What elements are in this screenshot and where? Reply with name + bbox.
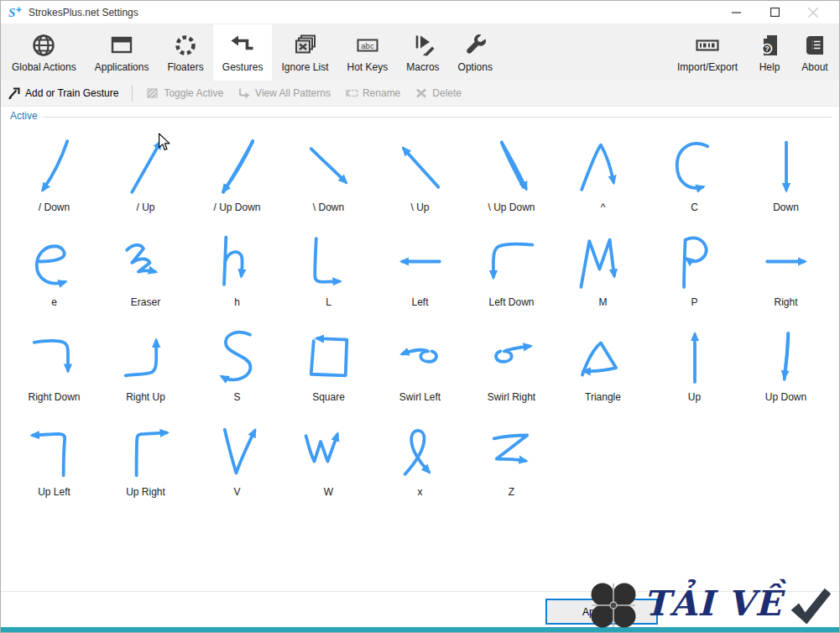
gesture-label: Down — [773, 201, 799, 213]
toggle-hatch-icon — [146, 86, 159, 100]
stacked-windows-x-icon — [292, 32, 319, 59]
gesture-item[interactable]: Up — [649, 313, 740, 408]
gesture-item[interactable]: / Down — [8, 123, 100, 218]
l-stroke-gesture-icon — [294, 231, 364, 295]
gesture-label: Right — [774, 296, 797, 308]
gesture-item[interactable]: W — [283, 408, 374, 503]
gesture-label: S — [233, 391, 240, 403]
rename-box-icon — [345, 86, 358, 100]
toolbar-button-ignore-list[interactable]: Ignore List — [272, 24, 337, 81]
backslash-down-gesture-icon — [294, 136, 364, 200]
slash-down-gesture-icon — [19, 136, 90, 200]
gesture-label: / Down — [39, 201, 70, 213]
s-curve-gesture-icon — [202, 326, 273, 390]
gesture-item[interactable]: x — [374, 408, 466, 503]
toolbar-button-macros[interactable]: Macros — [397, 24, 448, 81]
gesture-item[interactable]: Up Left — [8, 408, 100, 503]
gesture-item[interactable]: ^ — [557, 123, 649, 218]
gesture-item[interactable]: Left Down — [466, 218, 557, 313]
gesture-item[interactable]: Square — [283, 313, 374, 408]
gesture-item[interactable]: Up Down — [740, 313, 832, 408]
gesture-item[interactable]: Right Up — [100, 313, 191, 408]
gesture-item[interactable]: Z — [466, 408, 557, 503]
dashed-circle-icon — [172, 32, 199, 59]
action-label: Toggle Active — [164, 87, 223, 99]
help-doc-icon: ? — [756, 32, 783, 59]
download-watermark: TẢI VỀ — [588, 579, 840, 631]
active-group-label: Active — [8, 110, 38, 122]
h-stroke-gesture-icon — [202, 231, 273, 295]
toolbar-button-floaters[interactable]: Floaters — [158, 24, 212, 81]
gesture-label: e — [51, 296, 57, 308]
up-gesture-icon — [660, 326, 730, 390]
toolbar-button-label: Ignore List — [281, 61, 328, 73]
v-stroke-gesture-icon — [202, 421, 273, 484]
toolbar-right-group: Import/Export ? Help About — [668, 24, 837, 81]
gesture-label: Up Right — [126, 486, 165, 498]
action-view-all-patterns: View All Patterns — [236, 85, 332, 102]
gesture-item[interactable]: Right Down — [8, 313, 100, 408]
gesture-item[interactable]: e — [8, 218, 100, 313]
gesture-item[interactable]: \ Up — [374, 123, 466, 218]
backslash-up-down-gesture-icon — [477, 136, 547, 200]
gesture-item[interactable]: Down — [740, 123, 832, 218]
gesture-item[interactable]: \ Up Down — [466, 123, 557, 218]
right-up-gesture-icon — [111, 326, 181, 390]
gesture-item[interactable]: V — [191, 408, 283, 503]
gesture-item[interactable]: Triangle — [557, 313, 649, 408]
gesture-item[interactable]: Eraser — [100, 218, 191, 313]
gesture-item[interactable]: / Up Down — [191, 123, 283, 218]
maximize-button[interactable] — [755, 2, 794, 24]
toolbar-button-options[interactable]: Options — [449, 24, 502, 81]
gesture-item[interactable]: h — [191, 218, 283, 313]
gesture-label: \ Down — [313, 201, 344, 213]
left-down-gesture-icon — [477, 231, 547, 295]
toolbar-button-about[interactable]: About — [792, 24, 837, 81]
toolbar-button-hot-keys[interactable]: abc Hot Keys — [338, 24, 398, 81]
backslash-up-gesture-icon — [385, 136, 456, 200]
titlebar: S StrokesPlus.net Settings — [1, 1, 839, 24]
gesture-item[interactable]: M — [557, 218, 649, 313]
toolbar-button-global-actions[interactable]: Global Actions — [3, 24, 86, 81]
gesture-label: Up — [688, 391, 701, 403]
z-stroke-gesture-icon — [477, 421, 547, 484]
abc-keys-icon: abc — [354, 32, 381, 59]
action-label: Delete — [432, 87, 462, 99]
gesture-item[interactable]: C — [649, 123, 740, 218]
gesture-item[interactable]: Swirl Right — [466, 313, 557, 408]
about-scroll-icon — [801, 32, 828, 59]
import-export-icon — [694, 32, 721, 59]
slash-up-down-gesture-icon — [202, 136, 273, 200]
gesture-grid: / Down / Up / Up Down \ Down \ Up \ Up D… — [8, 123, 832, 503]
gesture-item[interactable]: / Up — [100, 123, 191, 218]
gesture-item[interactable]: Swirl Left — [374, 313, 466, 408]
svg-text:?: ? — [764, 44, 769, 53]
gesture-label: Left Down — [488, 296, 534, 308]
toolbar-left-group: Global Actions Applications Floaters Ges… — [3, 24, 502, 81]
eraser-zigzag-gesture-icon — [111, 231, 181, 295]
gesture-item[interactable]: Up Right — [100, 408, 191, 503]
toolbar-button-help[interactable]: ? Help — [747, 24, 792, 81]
left-gesture-icon — [385, 231, 456, 295]
minimize-icon — [732, 8, 741, 17]
window-controls — [717, 2, 832, 24]
gesture-item[interactable]: P — [649, 218, 740, 313]
gesture-label: Triangle — [585, 391, 621, 403]
action-add-or-train-gesture[interactable]: Add or Train Gesture — [6, 85, 120, 102]
gesture-item[interactable]: \ Down — [283, 123, 374, 218]
gesture-item[interactable]: L — [283, 218, 374, 313]
toolbar-button-gestures[interactable]: Gestures — [213, 24, 273, 81]
minimize-button[interactable] — [717, 2, 755, 24]
gesture-item[interactable]: Left — [374, 218, 466, 313]
toolbar-button-import-export[interactable]: Import/Export — [668, 24, 747, 81]
action-label: Add or Train Gesture — [25, 87, 118, 99]
toolbar-button-label: Floaters — [167, 61, 203, 73]
m-stroke-gesture-icon — [568, 231, 639, 295]
gesture-item[interactable]: Right — [740, 218, 832, 313]
gesture-item[interactable]: S — [191, 313, 283, 408]
close-button[interactable] — [794, 2, 832, 24]
gesture-label: Square — [312, 391, 345, 403]
toolbar-button-label: Hot Keys — [347, 61, 389, 73]
w-stroke-gesture-icon — [294, 421, 364, 484]
toolbar-button-applications[interactable]: Applications — [86, 24, 159, 81]
